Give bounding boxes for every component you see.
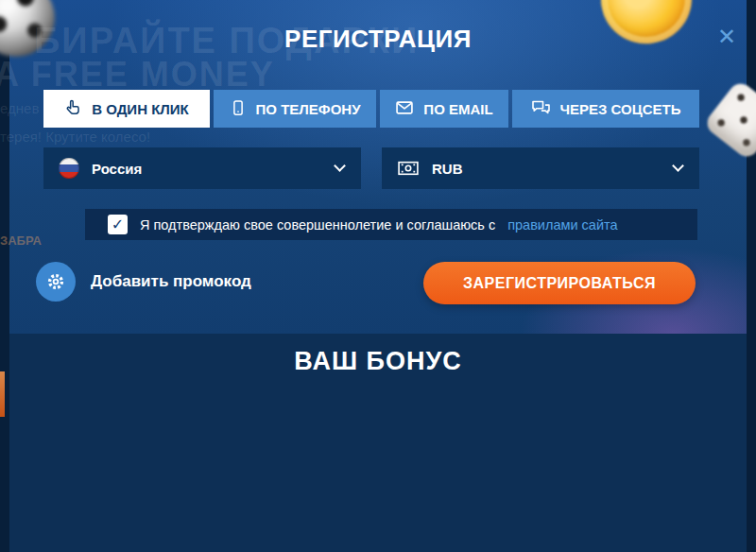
registration-page: БИРАЙТЕ ПОДАРКИ A FREE MONEY еднев терея… (0, 0, 756, 552)
bonus-section: ВАШ БОНУС (9, 334, 747, 552)
tab-label: ПО EMAIL (423, 101, 492, 117)
banknote-icon (397, 160, 420, 177)
close-icon[interactable]: ✕ (711, 21, 743, 53)
email-icon (395, 99, 414, 119)
tab-by-phone[interactable]: ПО ТЕЛЕФОНУ (214, 90, 376, 128)
locale-selects: Россия RUB (43, 147, 699, 189)
chevron-down-icon (672, 160, 684, 172)
country-select-value: Россия (92, 161, 142, 177)
consent-bar: ✓ Я подтверждаю свое совершеннолетие и с… (85, 209, 697, 240)
promo-label: Добавить промокод (91, 272, 251, 291)
consent-text: Я подтверждаю свое совершеннолетие и сог… (140, 217, 495, 233)
tab-label: ПО ТЕЛЕФОНУ (256, 101, 361, 117)
tab-one-click[interactable]: В ОДИН КЛИК (43, 90, 210, 128)
site-rules-link[interactable]: правилами сайта (507, 217, 617, 233)
registration-tabs: В ОДИН КЛИК ПО ТЕЛЕФОНУ ПО EMAIL (43, 90, 699, 128)
consent-checkbox[interactable]: ✓ (108, 215, 128, 234)
phone-icon (230, 99, 247, 119)
modal-title: РЕГИСТРАЦИЯ (0, 25, 756, 54)
gear-icon (45, 271, 66, 292)
register-button[interactable]: ЗАРЕГИСТРИРОВАТЬСЯ (423, 262, 696, 304)
social-chat-icon (531, 98, 551, 119)
tab-label: В ОДИН КЛИК (92, 101, 189, 117)
one-click-hand-icon (64, 98, 82, 119)
promo-circle-button[interactable] (36, 262, 76, 302)
russia-flag-icon (59, 158, 79, 179)
bonus-title: ВАШ БОНУС (9, 347, 747, 376)
currency-select[interactable]: RUB (382, 147, 699, 189)
tab-by-email[interactable]: ПО EMAIL (380, 90, 508, 128)
tab-via-social[interactable]: ЧЕРЕЗ СОЦСЕТЬ (512, 90, 699, 128)
country-select[interactable]: Россия (43, 147, 361, 189)
background-banner-edge (0, 371, 5, 417)
currency-select-value: RUB (432, 161, 463, 177)
promo-code-toggle[interactable]: Добавить промокод (36, 262, 251, 302)
chevron-down-icon (334, 160, 346, 172)
tab-label: ЧЕРЕЗ СОЦСЕТЬ (560, 101, 681, 117)
